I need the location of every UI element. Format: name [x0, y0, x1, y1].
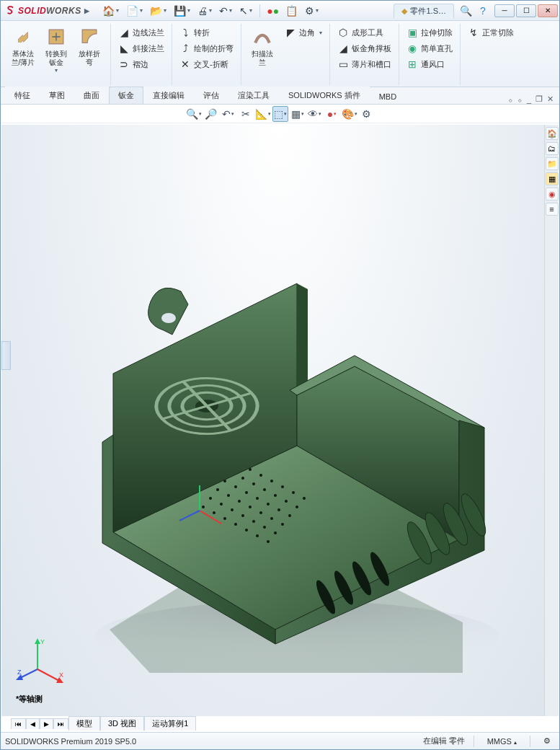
- svg-point-41: [259, 474, 262, 477]
- command-manager-tabs: 特征 草图 曲面 钣金 直接编辑 评估 渲染工具 SOLIDWORKS 插件 M…: [1, 87, 559, 105]
- display-style-button[interactable]: ▦: [290, 106, 306, 122]
- flyout-handle[interactable]: [1, 341, 11, 370]
- hide-show-button[interactable]: 👁: [307, 106, 323, 122]
- svg-point-33: [241, 477, 244, 480]
- tab-scroll-first[interactable]: ⏮: [11, 718, 26, 729]
- tab-evaluate[interactable]: 评估: [194, 87, 228, 104]
- close-button[interactable]: ✕: [538, 4, 558, 17]
- ribbon: 基体法 兰/薄片 转换到 钣金 ▾ 放样折 弯 ◢边线法兰 ◣斜接法兰 ⊃褶边 …: [1, 21, 559, 87]
- tab-sketch[interactable]: 草图: [40, 87, 74, 104]
- orientation-triad[interactable]: Y X Z: [16, 637, 66, 687]
- swept-flange-button[interactable]: 扫描法 兰: [246, 25, 279, 84]
- svg-text:X: X: [59, 671, 63, 679]
- tab-restore[interactable]: ❐: [535, 94, 543, 104]
- bottom-tab-motion[interactable]: 运动算例1: [144, 716, 196, 731]
- tab-mbd[interactable]: MBD: [370, 89, 406, 104]
- view-orientation-button[interactable]: ⬚: [272, 106, 288, 122]
- rebuild-button[interactable]: ●●: [265, 3, 282, 19]
- part-icon: ◆: [401, 6, 407, 16]
- options-button[interactable]: 📋: [283, 3, 301, 19]
- tab-addins[interactable]: SOLIDWORKS 插件: [279, 87, 370, 104]
- svg-point-11: [209, 497, 212, 500]
- miter-flange-button[interactable]: ◣斜接法兰: [115, 41, 167, 56]
- tab-minimize[interactable]: _: [527, 95, 531, 104]
- task-appearance-icon[interactable]: ◉: [546, 188, 559, 200]
- feature-tree-flyout[interactable]: [1, 125, 11, 716]
- tab-direct-edit[interactable]: 直接编辑: [143, 87, 194, 104]
- tab-scroll-left[interactable]: ⬦: [508, 95, 513, 104]
- bottom-tab-model[interactable]: 模型: [68, 716, 100, 731]
- search-button[interactable]: 🔍: [457, 3, 474, 19]
- extruded-cut-button[interactable]: ▣拉伸切除: [404, 25, 455, 40]
- tab-features[interactable]: 特征: [5, 87, 40, 104]
- status-units[interactable]: MMGS ▴: [483, 736, 521, 747]
- scene-button[interactable]: 🎨: [342, 106, 357, 122]
- minimize-button[interactable]: ─: [494, 4, 515, 17]
- document-tab[interactable]: ◆ 零件1.S…: [394, 4, 454, 18]
- status-custom-icon[interactable]: ⚙: [539, 735, 555, 747]
- normal-cut-button[interactable]: ↯正常切除: [465, 25, 517, 40]
- svg-point-16: [263, 526, 266, 529]
- tab-surface[interactable]: 曲面: [74, 87, 109, 104]
- svg-point-44: [292, 491, 295, 494]
- tab-scroll-prev[interactable]: ◀: [26, 718, 40, 729]
- home-button[interactable]: 🏠: [99, 3, 122, 19]
- task-view-palette-icon[interactable]: ▦: [546, 172, 559, 185]
- task-custom-icon[interactable]: ≡: [546, 203, 559, 216]
- menu-dropdown-icon[interactable]: ▶: [84, 7, 89, 14]
- tab-scroll-right[interactable]: ⬦: [517, 95, 523, 104]
- zoom-fit-button[interactable]: 🔍: [186, 106, 202, 122]
- svg-point-6: [223, 517, 226, 520]
- lofted-bend-button[interactable]: 放样折 弯: [73, 25, 106, 84]
- dynamic-annotation-button[interactable]: 📐: [255, 106, 271, 122]
- svg-point-17: [274, 531, 277, 534]
- tab-close[interactable]: ✕: [547, 94, 554, 104]
- section-view-button[interactable]: ✂: [238, 106, 254, 122]
- tab-slot-button[interactable]: ▭薄片和槽口: [334, 57, 394, 71]
- task-resources-icon[interactable]: 🗂: [546, 142, 559, 155]
- simple-hole-button[interactable]: ◉简单直孔: [404, 41, 455, 56]
- prev-view-button[interactable]: ↶: [221, 106, 236, 122]
- brand-works: WORKS: [46, 6, 81, 16]
- base-flange-button[interactable]: 基体法 兰/薄片: [6, 25, 40, 84]
- bottom-tab-3dview[interactable]: 3D 视图: [100, 716, 144, 731]
- jog-button[interactable]: ⤵转折: [177, 25, 236, 40]
- cross-break-button[interactable]: ✕交叉-折断: [177, 57, 236, 71]
- svg-point-42: [270, 480, 273, 482]
- svg-point-37: [285, 500, 288, 503]
- task-library-icon[interactable]: 📁: [546, 157, 559, 170]
- status-bar: SOLIDWORKS Premium 2019 SP5.0 在编辑 零件 MMG…: [1, 732, 559, 749]
- base-flange-icon: [12, 25, 35, 48]
- tab-sheetmetal[interactable]: 钣金: [109, 87, 143, 104]
- help-button[interactable]: ?: [474, 3, 492, 19]
- tab-render[interactable]: 渲染工具: [228, 87, 279, 104]
- vent-button[interactable]: ⊞通风口: [404, 57, 455, 71]
- view-settings-button[interactable]: ⚙: [359, 106, 375, 122]
- gusset-button[interactable]: ◢钣金角撑板: [334, 41, 394, 56]
- tab-scroll-last[interactable]: ⏭: [53, 718, 68, 729]
- svg-point-36: [274, 494, 277, 497]
- new-button[interactable]: 📄: [123, 3, 146, 19]
- open-button[interactable]: 📂: [147, 3, 169, 19]
- appearance-button[interactable]: ●: [324, 106, 340, 122]
- hem-button[interactable]: ⊃褶边: [115, 57, 167, 71]
- sketched-bend-button[interactable]: ⤴绘制的折弯: [177, 41, 236, 56]
- undo-button[interactable]: ↶: [216, 3, 235, 19]
- svg-text:Z: Z: [17, 669, 22, 676]
- tab-scroll-next[interactable]: ▶: [40, 718, 53, 729]
- convert-sheetmetal-button[interactable]: 转换到 钣金 ▾: [40, 25, 73, 84]
- edge-flange-button[interactable]: ◢边线法兰: [115, 25, 167, 40]
- print-button[interactable]: 🖨: [195, 3, 215, 19]
- graphics-viewport[interactable]: 🏠 🗂 📁 ▦ ◉ ≡ Y X Z *等轴测: [1, 125, 559, 716]
- quick-access-toolbar: 🏠 📄 📂 💾 🖨 ↶ ↖ ●● 📋 ⚙: [94, 3, 321, 19]
- save-button[interactable]: 💾: [171, 3, 193, 19]
- select-button[interactable]: ↖: [236, 3, 255, 19]
- svg-point-27: [245, 491, 248, 494]
- settings-button[interactable]: ⚙: [302, 3, 321, 19]
- svg-point-4: [202, 506, 205, 508]
- maximize-button[interactable]: ☐: [516, 4, 536, 17]
- corner-button[interactable]: ◤边角▾: [282, 25, 325, 40]
- forming-tool-button[interactable]: ⬡成形工具: [334, 25, 394, 40]
- task-home-icon[interactable]: 🏠: [546, 127, 559, 140]
- zoom-area-button[interactable]: 🔎: [203, 106, 219, 122]
